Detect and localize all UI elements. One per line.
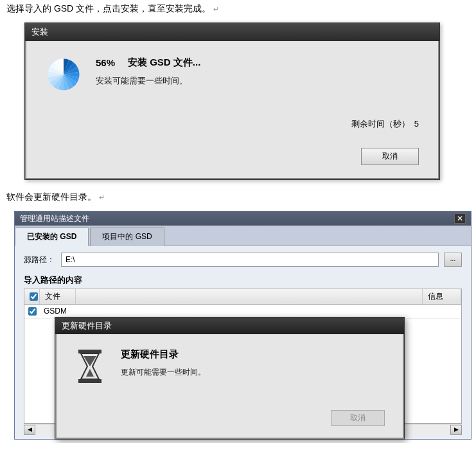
install-subtext: 安装可能需要一些时间。	[96, 75, 419, 87]
scroll-left-button[interactable]: ◀	[24, 425, 35, 435]
col-spacer	[76, 289, 423, 304]
cancel-button-disabled: 取消	[331, 410, 385, 426]
tab-bar: 已安装的 GSD 项目中的 GSD	[15, 226, 471, 246]
hourglass-icon	[75, 348, 105, 384]
browse-button[interactable]: ...	[444, 253, 462, 267]
table-header: 文件 信息	[24, 289, 461, 305]
return-mark-icon: ↵	[99, 193, 105, 201]
source-path-input[interactable]	[61, 253, 439, 267]
check-all[interactable]	[30, 292, 38, 301]
instruction-text-2: 软件会更新硬件目录。 ↵	[6, 192, 470, 203]
close-button[interactable]: ✕	[454, 213, 466, 224]
col-info[interactable]: 信息	[423, 289, 461, 304]
update-titlebar: 更新硬件目录	[55, 317, 404, 334]
scroll-right-button[interactable]: ▶	[450, 425, 462, 435]
install-titlebar: 安装	[25, 23, 439, 41]
tab-project-gsd[interactable]: 项目中的 GSD	[90, 228, 164, 246]
tab-installed-gsd[interactable]: 已安装的 GSD	[15, 228, 89, 246]
col-check[interactable]	[24, 289, 40, 304]
import-section-label: 导入路径的内容	[24, 274, 462, 286]
gsd-content: 源路径： ... 导入路径的内容 文件 信息 GSDM ◀	[15, 246, 471, 439]
remaining-time: 剩余时间（秒） 5	[46, 118, 419, 130]
update-title: 更新硬件目录	[62, 321, 112, 330]
install-title: 安装	[31, 26, 48, 38]
cancel-button[interactable]: 取消	[361, 148, 419, 165]
row-checkbox[interactable]	[28, 307, 37, 316]
gsd-titlebar: 管理通用站描述文件 ✕	[15, 211, 471, 226]
install-percent: 56%	[96, 57, 115, 68]
update-body: 更新硬件目录 更新可能需要一些时间。 取消	[55, 334, 404, 439]
source-path-label: 源路径：	[24, 254, 56, 265]
gsd-manager-window: 管理通用站描述文件 ✕ 已安装的 GSD 项目中的 GSD 源路径： ... 导…	[14, 211, 472, 440]
install-dialog: 安装	[24, 22, 440, 180]
update-catalog-dialog: 更新硬件目录 更新硬件目录 更新可能需要一些时间。	[55, 317, 405, 440]
col-file[interactable]: 文件	[40, 289, 76, 304]
return-mark-icon: ↵	[213, 5, 219, 13]
instruction-text-1: 选择导入的 GSD 文件，点击安装，直至安装完成。 ↵	[6, 3, 470, 15]
progress-spinner-icon	[46, 57, 82, 93]
row-filename: GSDM	[40, 305, 71, 318]
install-body: 56% 安装 GSD 文件... 安装可能需要一些时间。 剩余时间（秒） 5 取…	[25, 41, 439, 179]
update-heading: 更新硬件目录	[121, 348, 385, 361]
install-heading: 安装 GSD 文件...	[128, 57, 200, 69]
update-subtext: 更新可能需要一些时间。	[121, 367, 385, 378]
gsd-window-title: 管理通用站描述文件	[20, 213, 89, 224]
